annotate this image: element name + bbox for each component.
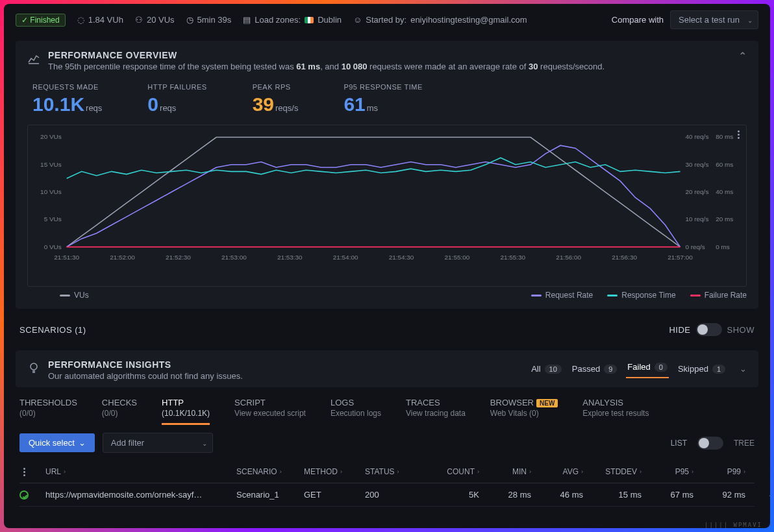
insights-tab-all[interactable]: All10 xyxy=(530,361,563,376)
flag-ireland-icon xyxy=(305,17,314,23)
chart-icon xyxy=(27,52,40,65)
legend-request-rate[interactable]: Request Rate xyxy=(531,291,593,300)
cell-p99: 92 ms xyxy=(696,490,745,500)
col-status[interactable]: STATUS› xyxy=(365,467,421,476)
cell-stddev: 15 ms xyxy=(586,490,642,500)
insights-title: PERFORMANCE INSIGHTS xyxy=(48,359,243,370)
tab-browser[interactable]: BROWSERNEWWeb Vitals (0) xyxy=(490,393,558,425)
col-method[interactable]: METHOD› xyxy=(304,467,362,476)
tab-checks[interactable]: CHECKS(0/0) xyxy=(102,393,137,425)
svg-text:80 ms: 80 ms xyxy=(716,134,733,141)
add-filter-input[interactable]: Add filter⌄ xyxy=(103,433,213,453)
svg-text:0 req/s: 0 req/s xyxy=(685,243,705,250)
svg-text:0 ms: 0 ms xyxy=(716,243,730,250)
compare-select[interactable]: Select a test run⌄ xyxy=(670,10,758,29)
bulb-icon xyxy=(27,361,40,374)
legend-failure-rate[interactable]: Failure Rate xyxy=(690,291,747,300)
clock-icon: ◷ xyxy=(186,15,194,25)
tab-thresholds[interactable]: THRESHOLDS(0/0) xyxy=(19,393,77,425)
svg-text:20 VUs: 20 VUs xyxy=(40,134,62,141)
legend-vus[interactable]: VUs xyxy=(60,291,89,300)
svg-text:21:55:00: 21:55:00 xyxy=(445,254,470,261)
users-icon: ⚇ xyxy=(135,15,143,25)
svg-text:21:55:30: 21:55:30 xyxy=(500,254,525,261)
tree-label: TREE xyxy=(734,439,755,448)
cell-status: 200 xyxy=(365,490,421,500)
svg-text:21:53:30: 21:53:30 xyxy=(277,254,303,261)
cell-count: 5K xyxy=(423,490,479,500)
cell-min: 28 ms xyxy=(482,490,531,500)
col-min[interactable]: MIN› xyxy=(482,467,531,476)
insights-tab-passed[interactable]: Passed9 xyxy=(571,361,619,376)
metric-requests: REQUESTS MADE 10.1Kreqs xyxy=(32,83,102,115)
main-tabs: THRESHOLDS(0/0) CHECKS(0/0) HTTP(10.1K/1… xyxy=(4,393,770,425)
col-url[interactable]: URL› xyxy=(45,467,234,476)
server-icon: ▤ xyxy=(243,15,251,25)
svg-text:21:51:30: 21:51:30 xyxy=(54,254,79,261)
tab-analysis[interactable]: ANALYSISExplore test results xyxy=(582,393,649,425)
col-scenario[interactable]: SCENARIO› xyxy=(236,467,301,476)
cell-method: GET xyxy=(304,490,362,500)
table-row[interactable]: https://wpmavidemosite.com/ornek-sayf… S… xyxy=(19,483,755,507)
svg-text:20 ms: 20 ms xyxy=(716,215,733,223)
col-p95[interactable]: P95› xyxy=(644,467,693,476)
col-p99[interactable]: P99› xyxy=(696,467,745,476)
col-stddev[interactable]: STDDEV› xyxy=(586,467,642,476)
performance-overview-panel: PERFORMANCE OVERVIEW The 95th percentile… xyxy=(16,41,758,309)
svg-text:21:54:00: 21:54:00 xyxy=(333,254,358,261)
tab-script[interactable]: SCRIPTView executed script xyxy=(234,393,306,425)
list-label: LIST xyxy=(671,439,687,448)
col-avg[interactable]: AVG› xyxy=(534,467,583,476)
svg-text:60 ms: 60 ms xyxy=(716,161,733,168)
chart-legend: VUs Request Rate Response Time Failure R… xyxy=(27,287,747,300)
chart-canvas: 0 VUs5 VUs10 VUs15 VUs20 VUs0 req/s10 re… xyxy=(28,130,738,267)
scenarios-toggle[interactable] xyxy=(696,323,722,336)
col-count[interactable]: COUNT› xyxy=(423,467,479,476)
svg-text:10 req/s: 10 req/s xyxy=(685,215,708,223)
svg-text:0 VUs: 0 VUs xyxy=(44,243,62,250)
duration-stat: ◷ 5min 39s xyxy=(186,15,232,25)
svg-text:40 req/s: 40 req/s xyxy=(685,134,708,141)
collapse-button[interactable]: ⌃ xyxy=(738,50,747,62)
user-icon: ☺ xyxy=(353,15,362,25)
chart-menu-button[interactable] xyxy=(738,130,740,139)
svg-text:21:56:30: 21:56:30 xyxy=(612,254,637,261)
vus-stat: ⚇ 20 VUs xyxy=(135,15,175,25)
legend-response-time[interactable]: Response Time xyxy=(607,291,675,300)
panel-subtitle: The 95th percentile response time of the… xyxy=(48,62,605,71)
tab-http[interactable]: HTTP(10.1K/10.1K) xyxy=(162,393,210,425)
svg-text:21:54:30: 21:54:30 xyxy=(389,254,414,261)
svg-text:5 VUs: 5 VUs xyxy=(44,215,62,223)
chevron-down-icon: ⌄ xyxy=(79,438,86,448)
svg-point-27 xyxy=(31,363,37,370)
status-ok-icon xyxy=(19,490,29,500)
cell-max: 417 ms xyxy=(748,490,770,500)
cell-p95: 67 ms xyxy=(644,490,693,500)
quick-select-button[interactable]: Quick select ⌄ xyxy=(19,433,95,452)
insights-tab-skipped[interactable]: Skipped1 xyxy=(677,361,727,376)
load-zones: ▤ Load zones: Dublin xyxy=(243,15,342,25)
cell-scenario: Scenario_1 xyxy=(236,490,301,500)
watermark: ||||| WPMAVI xyxy=(705,522,762,528)
col-max[interactable]: MAX› xyxy=(748,467,770,476)
chevron-down-icon: ⌄ xyxy=(202,439,207,446)
tab-traces[interactable]: TRACESView tracing data xyxy=(406,393,466,425)
insights-subtitle: Our automated algorithms could not find … xyxy=(48,371,243,381)
view-toggle[interactable] xyxy=(697,437,723,450)
panel-title: PERFORMANCE OVERVIEW xyxy=(48,50,605,60)
svg-text:21:56:00: 21:56:00 xyxy=(556,254,581,261)
insights-collapse[interactable]: ⌄ xyxy=(740,364,747,374)
metric-peak-rps: PEAK RPS 39reqs/s xyxy=(253,83,299,115)
svg-text:10 VUs: 10 VUs xyxy=(40,188,62,195)
hide-label: HIDE xyxy=(669,325,690,335)
tab-logs[interactable]: LOGSExecution logs xyxy=(331,393,381,425)
compare-label: Compare with xyxy=(612,15,664,25)
scenarios-label: SCENARIOS (1) xyxy=(19,325,86,335)
table-menu-button[interactable] xyxy=(23,468,43,476)
cell-url: https://wpmavidemosite.com/ornek-sayf… xyxy=(45,490,234,500)
show-label: SHOW xyxy=(727,325,755,335)
flame-icon: ◌ xyxy=(77,15,84,25)
insights-tab-failed[interactable]: Failed0 xyxy=(626,359,669,378)
started-by: ☺ Started by: eniyihostingtesting@gmail.… xyxy=(353,15,527,25)
svg-text:21:52:30: 21:52:30 xyxy=(166,254,191,261)
